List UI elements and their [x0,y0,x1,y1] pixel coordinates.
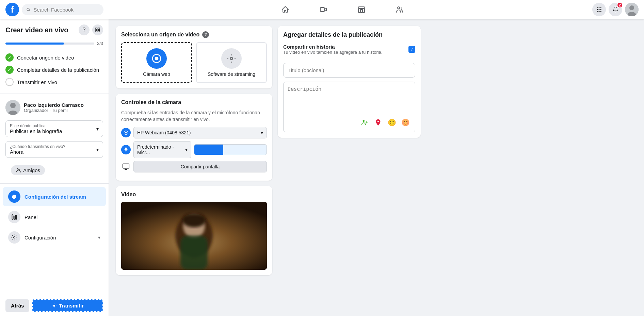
search-icon [26,7,31,12]
desc-input[interactable] [288,86,411,113]
svg-point-35 [182,214,206,227]
sidebar-footer: Atrás Transmitir [0,295,109,316]
profile-role: Organizador · Tu perfil [24,108,84,113]
video-preview [121,202,267,270]
video-sources: Cámara web Software de streaming [121,42,267,83]
svg-point-2 [599,7,600,8]
title-input[interactable] [283,63,415,78]
step-1-icon: ✓ [5,53,14,62]
nav-panel[interactable]: Panel [3,207,106,227]
share-history-text: Compartir en historia Tu video en vivo t… [283,44,382,55]
svg-rect-29 [123,164,129,168]
emoji-btn[interactable]: 🙂 [386,117,397,128]
stream-software-icon [221,48,242,69]
nav-groups-btn[interactable] [381,1,419,18]
svg-rect-21 [12,215,13,219]
svg-point-36 [363,120,365,122]
svg-point-11 [629,5,634,10]
topnav-left: f [5,3,114,16]
svg-rect-13 [96,28,97,30]
nav-panel-label: Panel [25,214,37,220]
apps-btn[interactable] [592,3,606,16]
webcam-icon [146,48,167,69]
webcam-source[interactable]: Cámara web [121,42,192,83]
nav-video-btn[interactable] [304,1,342,18]
svg-point-26 [155,57,159,61]
collapse-btn[interactable] [92,24,103,35]
desc-container: 🙂 😊 [283,82,415,132]
nav-settings[interactable]: Configuración ▾ [3,228,106,247]
sidebar: Crear video en vivo ? 2/3 ✓ Conectar ori… [0,19,109,316]
share-screen-btn[interactable]: Compartir pantalla [133,161,267,172]
step-2-icon: ✓ [5,66,14,74]
mic-select[interactable]: Predeterminado - Micr... ▾ [133,141,191,158]
publish-dropdown[interactable]: Elige dónde publicar Publicar en la biog… [5,120,103,137]
svg-point-5 [599,9,600,10]
user-avatar[interactable] [625,3,639,16]
profile-avatar [5,100,20,115]
settings-icon [8,231,20,244]
chevron-down-icon-2: ▾ [96,147,99,152]
webcam-control-icon [121,128,131,137]
step-1-label: Conectar origen de video [17,55,74,61]
stream-config-icon: ⏺ [8,190,20,203]
audience-btn[interactable]: Amigos [11,165,45,175]
video-source-card: Selecciona un origen de video ? Cámara w… [116,26,272,88]
audience-row: Amigos [0,160,109,181]
share-history-label: Compartir en historia [283,44,382,50]
nav-stream-config[interactable]: ⏺ Configuración del stream [3,187,106,206]
share-history-desc: Tu video en vivo también se agregará a t… [283,50,382,55]
nav-settings-label: Configuración [25,235,56,240]
step-item-2: ✓ Completar detalles de la publicación [5,64,103,76]
page-layout: Crear video en vivo ? 2/3 ✓ Conectar ori… [0,19,644,316]
profile-info: Paco Izquierdo Carrasco Organizador · Tu… [24,102,84,113]
topnav-right: 2 [570,3,639,16]
svg-point-6 [600,9,601,10]
stream-software-source[interactable]: Software de streaming [196,42,267,83]
sidebar-header: Crear video en vivo ? [0,19,109,38]
video-source-title: Selecciona un origen de video ? [121,31,267,38]
transmit-button[interactable]: Transmitir [32,299,103,312]
nav-stream-label: Configuración del stream [25,194,86,200]
nav-store-btn[interactable] [342,1,381,18]
progress-row: 2/3 [5,41,103,46]
topnav: f 2 [0,0,644,19]
help-icon-btn[interactable]: ? [79,24,90,35]
mic-control-row: Predeterminado - Micr... ▾ [121,141,267,158]
webcam-select[interactable]: HP Webcam (0408:5321) ▾ [133,127,267,138]
svg-point-27 [230,57,233,60]
svg-point-0 [398,7,400,9]
webcam-control-row: HP Webcam (0408:5321) ▾ [121,127,267,138]
video-label: Video [121,192,267,198]
audience-label: Amigos [23,167,40,173]
tag-people-btn[interactable] [359,117,370,128]
when-dropdown[interactable]: ¿Cuándo transmitirás en vivo? Ahora ▾ [5,141,103,158]
svg-point-3 [600,7,601,8]
progress-bar-fill [5,43,64,45]
search-box[interactable] [22,4,103,15]
notifications-btn[interactable]: 2 [609,3,622,16]
progress-text: 2/3 [97,41,103,46]
nav-home-btn[interactable] [266,1,304,18]
share-history-row: Compartir en historia Tu video en vivo t… [283,44,415,55]
svg-point-25 [53,305,55,306]
step-2-label: Completar detalles de la publicación [17,67,99,73]
svg-point-9 [600,11,601,12]
feeling-btn[interactable]: 😊 [400,117,411,128]
svg-point-28 [125,132,127,134]
chevron-down-icon: ▾ [96,126,99,132]
topnav-center [266,1,419,18]
location-btn[interactable] [373,117,384,128]
search-input[interactable] [33,7,99,13]
desc-actions: 🙂 😊 [288,117,411,128]
publication-details-card: Agregar detalles de la publicación Compa… [278,26,421,138]
back-button[interactable]: Atrás [5,299,29,312]
facebook-logo[interactable]: f [5,3,19,16]
video-source-help-icon[interactable]: ? [202,31,209,38]
share-history-checkbox[interactable]: ✓ [408,46,415,53]
audio-level-indicator [194,144,267,155]
svg-point-24 [14,237,15,238]
stream-label: Software de streaming [208,71,255,77]
webcam-label: Cámara web [143,71,170,77]
svg-rect-23 [16,215,17,219]
